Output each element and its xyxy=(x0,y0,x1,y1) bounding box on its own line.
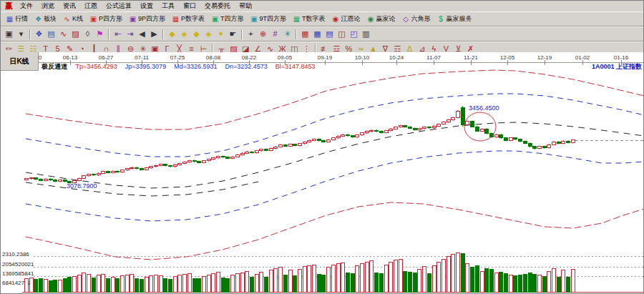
candle-body[interactable] xyxy=(111,171,114,172)
volume-bar[interactable] xyxy=(457,253,460,292)
toolbar-button-江恩论[interactable]: ◉江恩论 xyxy=(329,13,364,25)
volume-bar[interactable] xyxy=(437,262,441,292)
volume-bar[interactable] xyxy=(212,273,215,292)
volume-bar[interactable] xyxy=(140,279,143,292)
volume-bar[interactable] xyxy=(533,274,537,292)
volume-bar[interactable] xyxy=(183,275,187,292)
candle-body[interactable] xyxy=(361,133,364,135)
save-icon[interactable]: ◫ xyxy=(336,29,348,39)
candle-body[interactable] xyxy=(178,163,182,165)
volume-bar[interactable] xyxy=(173,277,177,292)
volume-bar[interactable] xyxy=(384,265,388,292)
net-icon[interactable]: # xyxy=(269,29,281,39)
volume-bar[interactable] xyxy=(39,278,43,292)
candle-body[interactable] xyxy=(154,165,157,167)
trend-icon[interactable]: ▨ xyxy=(69,29,82,39)
candle-body[interactable] xyxy=(404,126,407,127)
menu-item-交易委托[interactable]: 交易委托 xyxy=(200,1,235,11)
candle-body[interactable] xyxy=(207,160,210,161)
candle-body[interactable] xyxy=(250,152,253,152)
asterisk-icon[interactable]: ✳ xyxy=(281,29,293,39)
candle-body[interactable] xyxy=(322,140,326,142)
candle-body[interactable] xyxy=(235,155,239,157)
last-bar-icon[interactable]: ⇥ xyxy=(124,29,136,39)
candle-body[interactable] xyxy=(49,179,52,180)
volume-bar[interactable] xyxy=(250,277,253,292)
flag-icon[interactable]: ⚑ xyxy=(94,29,106,39)
candle-body[interactable] xyxy=(25,179,29,180)
volume-bar[interactable] xyxy=(346,273,349,292)
volume-bar[interactable] xyxy=(480,271,484,292)
candle-body[interactable] xyxy=(331,138,335,140)
volume-bar[interactable] xyxy=(514,276,517,292)
candle-body[interactable] xyxy=(102,172,105,173)
volume-bar[interactable] xyxy=(102,275,105,292)
volume-bar[interactable] xyxy=(255,274,258,292)
prev-bar-icon[interactable]: ◀ xyxy=(136,29,148,39)
candle-body[interactable] xyxy=(514,138,517,139)
menu-item-资讯[interactable]: 资讯 xyxy=(59,1,80,11)
candle-body[interactable] xyxy=(533,147,537,149)
window-select-icon[interactable]: ▣ xyxy=(3,29,15,39)
candle-body[interactable] xyxy=(523,142,527,144)
candle-body[interactable] xyxy=(547,144,551,147)
volume-bar[interactable] xyxy=(130,274,134,292)
candle-body[interactable] xyxy=(413,128,416,129)
volume-bar[interactable] xyxy=(317,274,321,292)
menu-item-文件[interactable]: 文件 xyxy=(16,1,37,11)
volume-bar[interactable] xyxy=(475,265,479,292)
volume-bar[interactable] xyxy=(44,280,47,292)
volume-bar[interactable] xyxy=(231,275,235,292)
volume-bar[interactable] xyxy=(571,270,575,292)
candle-body[interactable] xyxy=(44,179,47,180)
candle-body[interactable] xyxy=(441,122,445,124)
chart-panel[interactable]: 日K线 1A0001 上证指数 极反通道 Tp=3456.4293Jp=3395… xyxy=(1,52,644,294)
volume-bar[interactable] xyxy=(97,275,100,292)
candle-body[interactable] xyxy=(274,147,278,149)
volume-bar[interactable] xyxy=(441,259,445,292)
toolbar-button-P四方形[interactable]: ▣P四方形 xyxy=(87,13,125,25)
volume-bar[interactable] xyxy=(187,274,191,292)
candle-body[interactable] xyxy=(212,158,215,160)
volume-bar[interactable] xyxy=(547,271,551,292)
volume-bar[interactable] xyxy=(298,269,301,292)
candle-body[interactable] xyxy=(106,172,109,172)
volume-bar[interactable] xyxy=(260,272,263,292)
candle-body[interactable] xyxy=(298,144,301,146)
volume-bar[interactable] xyxy=(394,260,397,292)
volume-bar[interactable] xyxy=(519,275,522,292)
diamond-tool-icon[interactable]: ◊ xyxy=(82,29,94,39)
layout-icon[interactable]: ❖ xyxy=(33,29,45,39)
candle-body[interactable] xyxy=(187,161,191,162)
candle-body[interactable] xyxy=(499,134,503,138)
volume-bar[interactable] xyxy=(331,265,335,292)
volume-bar[interactable] xyxy=(240,273,244,292)
candle-body[interactable] xyxy=(303,142,306,144)
candle-body[interactable] xyxy=(528,143,532,146)
volume-bar[interactable] xyxy=(413,273,416,292)
toolbar-button-行情[interactable]: ▦行情 xyxy=(3,13,31,25)
volume-bar[interactable] xyxy=(404,271,407,292)
volume-bar[interactable] xyxy=(308,265,311,292)
candle-body[interactable] xyxy=(192,161,196,162)
first-bar-icon[interactable]: ⇤ xyxy=(112,29,124,39)
volume-bar[interactable] xyxy=(54,280,57,292)
volume-bar[interactable] xyxy=(68,278,72,292)
candle-body[interactable] xyxy=(427,127,431,128)
volume-bar[interactable] xyxy=(135,278,139,292)
candle-body[interactable] xyxy=(169,166,172,167)
volume-bar[interactable] xyxy=(235,274,239,292)
volume-bar[interactable] xyxy=(150,275,153,292)
candle-body[interactable] xyxy=(255,151,258,153)
candle-body[interactable] xyxy=(130,167,134,169)
volume-bar[interactable] xyxy=(178,275,182,292)
candle-body[interactable] xyxy=(245,152,249,153)
volume-bar[interactable] xyxy=(327,268,331,292)
candle-body[interactable] xyxy=(537,147,541,149)
volume-bar[interactable] xyxy=(154,275,157,292)
zoom-star-icon[interactable]: ✦ xyxy=(215,29,227,39)
volume-bar[interactable] xyxy=(77,275,81,292)
volume-bar[interactable] xyxy=(432,265,436,292)
candle-body[interactable] xyxy=(365,132,369,133)
candle-body[interactable] xyxy=(370,130,374,132)
